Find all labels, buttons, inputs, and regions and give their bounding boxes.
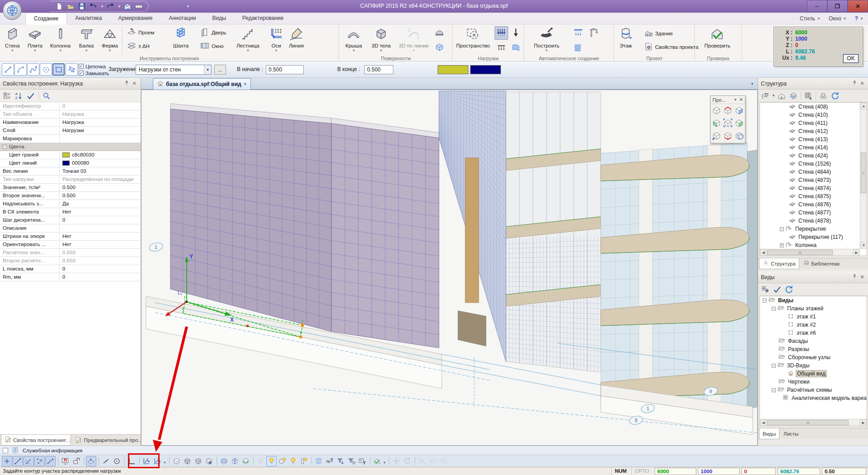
- surface-load-button[interactable]: [509, 42, 523, 55]
- build-button[interactable]: Построить▼: [533, 25, 561, 53]
- cube-chamfer-button[interactable]: [193, 456, 203, 466]
- filter-cursor-button[interactable]: [346, 456, 357, 466]
- toolbar-dropdown-icon[interactable]: ▼: [383, 461, 386, 464]
- property-row[interactable]: Второе значени...0.500: [0, 192, 141, 200]
- draw-select-mode-button[interactable]: [66, 63, 78, 76]
- check-house-sm-button[interactable]: [372, 456, 382, 466]
- column-button[interactable]: Колонна▼: [49, 25, 72, 53]
- structure-tree-item[interactable]: Стена (412): [760, 127, 867, 135]
- views-tree-item[interactable]: −Планы этажей: [760, 304, 867, 313]
- property-row[interactable]: СлойНагрузки: [0, 127, 141, 135]
- check-button[interactable]: Проверить: [703, 25, 732, 50]
- cube-wire-button[interactable]: [171, 456, 182, 466]
- solid-3d-button[interactable]: 3D тела▼: [370, 25, 392, 53]
- property-row[interactable]: Тип нагрузкиРаспределённая по площади: [0, 176, 141, 184]
- property-row[interactable]: НаименованиеНагрузка: [0, 119, 141, 127]
- building-button[interactable]: Здание: [642, 28, 675, 39]
- structure-tree-item[interactable]: Стена (4878): [760, 217, 867, 225]
- end-value-input[interactable]: 0.500: [364, 65, 393, 74]
- structure-tree-item[interactable]: Стена (4876): [760, 200, 867, 209]
- floors-stack-button[interactable]: [571, 42, 585, 55]
- pin-icon[interactable]: [123, 80, 131, 87]
- snap-angle-button[interactable]: [24, 456, 34, 466]
- cube-solid-button[interactable]: [182, 456, 193, 466]
- views-tree-item[interactable]: Общий вид: [760, 370, 867, 378]
- views-tree-item[interactable]: −Расчётные схемы: [760, 386, 867, 394]
- close-button[interactable]: ✕: [848, 0, 868, 12]
- palette-close-icon[interactable]: ✕: [739, 97, 743, 103]
- structure-tree-item[interactable]: Стена (4877): [760, 209, 867, 217]
- structure-vscrollbar[interactable]: ▲≡▼: [860, 103, 867, 249]
- rotate-tool-button[interactable]: [402, 456, 412, 466]
- snap-points-button[interactable]: [34, 456, 45, 466]
- filter-list-icon[interactable]: {: [760, 90, 771, 101]
- load-case-select[interactable]: Нагрузки от стен▼: [136, 65, 212, 75]
- scroll-left-icon[interactable]: ◀: [760, 249, 767, 256]
- property-row[interactable]: Описание: [0, 224, 141, 233]
- views-tree-item[interactable]: этаж #2: [760, 321, 867, 329]
- views-tree-item[interactable]: Фасады: [760, 337, 867, 345]
- tab-libraries[interactable]: Библиотеки: [800, 258, 843, 269]
- property-row[interactable]: Шаг дискретиза...0: [0, 216, 141, 224]
- snap-seg-button[interactable]: [45, 456, 56, 466]
- chain-checkbox[interactable]: ✓Цепочка: [79, 63, 106, 70]
- pin-icon[interactable]: [851, 80, 859, 87]
- roof-button[interactable]: Крыша▼: [344, 25, 363, 53]
- help-dropdown-icon[interactable]: ▼: [860, 17, 863, 21]
- style-dropdown-icon[interactable]: ▼: [817, 17, 821, 21]
- structure-tree-item[interactable]: +{Колонна: [760, 241, 867, 249]
- draw-arc-mode-button[interactable]: [14, 63, 27, 76]
- views-tree-item[interactable]: Аналитическая модель вариа: [760, 394, 867, 402]
- axes-button[interactable]: Оси▼: [268, 25, 285, 53]
- structure-tree-item[interactable]: Стена (408): [760, 103, 867, 111]
- projection-cube-5[interactable]: [722, 117, 733, 129]
- 3d-viewport[interactable]: Y X L₀ 1 9 1 8 Про..: [141, 90, 758, 446]
- structure-tree-item[interactable]: Стена (424): [760, 152, 867, 160]
- binoculars-icon[interactable]: [818, 90, 829, 101]
- property-row[interactable]: Ориентировать ...Нет: [0, 241, 141, 249]
- sect-a-button[interactable]: [219, 456, 229, 466]
- draw-circle-mode-button[interactable]: [40, 63, 52, 76]
- property-row[interactable]: Идентификатор0: [0, 102, 141, 110]
- layers-button[interactable]: [314, 456, 324, 466]
- property-row[interactable]: L поиска, мм0: [0, 265, 141, 273]
- bulb-off-button[interactable]: [255, 456, 266, 466]
- building-small-icon[interactable]: [776, 90, 787, 101]
- project-properties-button[interactable]: Свойства проекта: [642, 42, 700, 52]
- sect-c-button[interactable]: [241, 456, 251, 466]
- start-value-input[interactable]: 0.500: [266, 65, 304, 74]
- screen-magnet-button[interactable]: [60, 456, 71, 466]
- maximize-button[interactable]: ❐: [827, 0, 848, 12]
- refresh-icon[interactable]: [783, 284, 794, 295]
- unlock-button[interactable]: [71, 456, 81, 466]
- area-load-button[interactable]: [495, 26, 508, 40]
- structure-tree-item[interactable]: −{Перекрытие: [760, 225, 867, 233]
- crane-button[interactable]: [587, 26, 600, 40]
- views-tree-item[interactable]: Разрезы: [760, 345, 867, 353]
- structure-tree-item[interactable]: Стена (411): [760, 119, 867, 127]
- filter-table-button[interactable]: [357, 456, 368, 466]
- structure-tree-item[interactable]: Стена (413): [760, 135, 867, 143]
- ortho-indicator[interactable]: ОРТО: [631, 467, 653, 475]
- minimize-button[interactable]: ─: [807, 0, 827, 12]
- structure-tree-item[interactable]: Стена (410): [760, 111, 867, 119]
- wall-button[interactable]: Стена▼: [4, 25, 21, 53]
- circle-tool-button[interactable]: [112, 456, 122, 466]
- categorize-icon[interactable]: [2, 90, 13, 101]
- views-tree-item[interactable]: −3D-Виды: [760, 361, 867, 370]
- structure-hscrollbar[interactable]: ◀III▶: [760, 249, 860, 256]
- sort-az-icon[interactable]: AZ: [14, 90, 24, 101]
- projection-cube-6[interactable]: [734, 117, 745, 129]
- snap-line-button[interactable]: [13, 456, 23, 466]
- property-row[interactable]: Надписывать з...Да: [0, 200, 141, 208]
- projection-cube-9[interactable]: [734, 129, 745, 142]
- door-button[interactable]: Дверь: [198, 27, 228, 38]
- views-tree[interactable]: −Виды−Планы этажейэтаж #1этаж #2этаж #6Ф…: [760, 296, 867, 426]
- property-row[interactable]: Rm, мм0: [0, 273, 141, 281]
- structure-tree-item[interactable]: Стена (414): [760, 143, 867, 152]
- shaft-button[interactable]: Шахта: [172, 25, 190, 50]
- property-row[interactable]: Тип объектаНагрузка: [0, 110, 141, 119]
- scroll-right-icon[interactable]: ▶: [853, 249, 860, 256]
- piles-button[interactable]: [571, 26, 585, 40]
- projection-cube-8[interactable]: [722, 129, 733, 142]
